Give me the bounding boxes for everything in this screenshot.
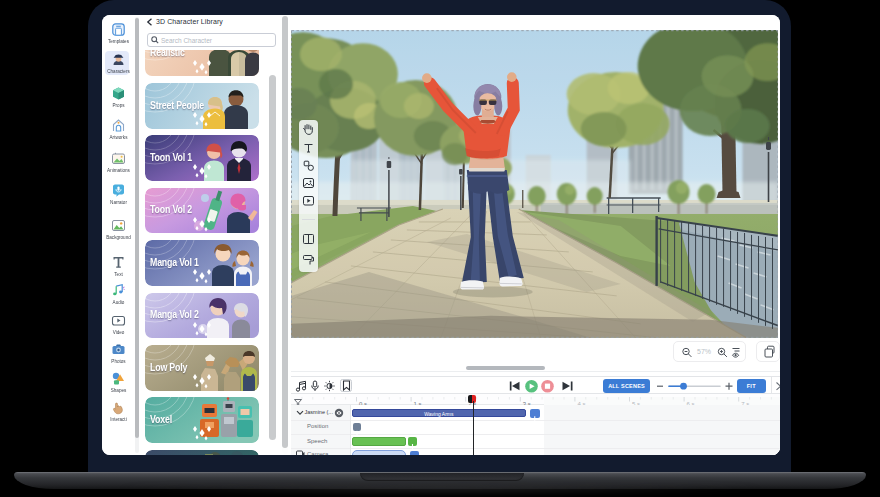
svg-text:57%: 57% — [697, 348, 711, 355]
